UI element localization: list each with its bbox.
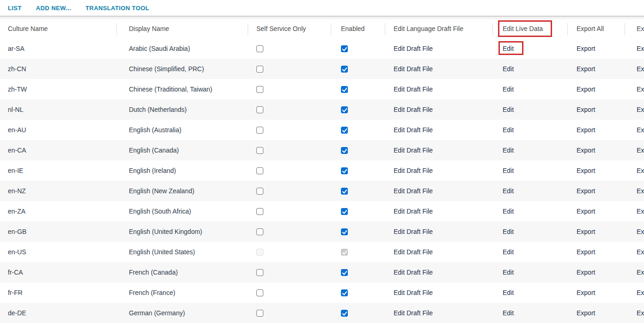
self-service-checkbox[interactable] (256, 147, 263, 154)
self-service-checkbox[interactable] (256, 269, 263, 276)
edit-live-data-link[interactable]: Edit (503, 65, 514, 73)
nav-item-list[interactable]: LIST (8, 5, 22, 12)
enabled-checkbox[interactable] (341, 208, 348, 215)
edit-live-data-link[interactable]: Edit (503, 45, 514, 52)
edit-draft-file-link[interactable]: Edit Draft File (394, 147, 433, 154)
export-all-link[interactable]: Export (577, 248, 595, 256)
enabled-checkbox[interactable] (341, 289, 348, 296)
edit-live-data-link[interactable]: Edit (503, 106, 514, 113)
export-all-link[interactable]: Export (577, 228, 595, 235)
self-service-checkbox[interactable] (256, 86, 263, 93)
export-clipped-link[interactable]: Export (637, 187, 644, 195)
edit-draft-file-link[interactable]: Edit Draft File (394, 45, 433, 52)
self-service-checkbox[interactable] (256, 188, 263, 195)
export-all-link[interactable]: Export (577, 126, 595, 134)
export-clipped-link[interactable]: Export (637, 86, 644, 93)
edit-live-data-link[interactable]: Edit (503, 126, 514, 134)
culture-name-cell: zh-CN (0, 59, 116, 79)
edit-live-data-link[interactable]: Edit (503, 167, 514, 174)
enabled-checkbox[interactable] (341, 45, 348, 52)
export-all-link[interactable]: Export (577, 269, 595, 276)
self-service-checkbox[interactable] (256, 167, 263, 174)
self-service-checkbox[interactable] (256, 310, 263, 317)
edit-draft-file-link[interactable]: Edit Draft File (394, 208, 433, 215)
self-service-only-cell (248, 181, 331, 201)
self-service-checkbox[interactable] (256, 66, 263, 73)
export-clipped-link[interactable]: Export (637, 309, 644, 317)
export-all-link[interactable]: Export (577, 45, 595, 52)
export-clipped-link[interactable]: Export (637, 289, 644, 296)
edit-draft-file-link[interactable]: Edit Draft File (394, 187, 433, 195)
display-name-cell: English (South Africa) (116, 201, 248, 221)
enabled-checkbox[interactable] (341, 269, 348, 276)
edit-draft-file-link[interactable]: Edit Draft File (394, 269, 433, 276)
export-clipped-link[interactable]: Export (637, 167, 644, 174)
edit-draft-file-link[interactable]: Edit Draft File (394, 65, 433, 73)
enabled-checkbox[interactable] (341, 86, 348, 93)
enabled-cell (331, 303, 385, 323)
export-all-link[interactable]: Export (577, 167, 595, 174)
edit-live-data-cell: Edit (492, 303, 567, 323)
enabled-checkbox[interactable] (341, 228, 348, 235)
self-service-checkbox[interactable] (256, 228, 263, 235)
edit-draft-file-link[interactable]: Edit Draft File (394, 126, 433, 134)
edit-draft-file-link[interactable]: Edit Draft File (394, 248, 433, 256)
self-service-checkbox[interactable] (256, 289, 263, 296)
edit-draft-file-link[interactable]: Edit Draft File (394, 228, 433, 235)
nav-item-translation-tool[interactable]: TRANSLATION TOOL (85, 5, 149, 12)
edit-live-data-cell: Edit (492, 221, 567, 242)
edit-live-data-link[interactable]: Edit (503, 309, 514, 317)
enabled-checkbox[interactable] (341, 66, 348, 73)
edit-live-data-link[interactable]: Edit (503, 187, 514, 195)
export-clipped-cell: Export (625, 99, 644, 120)
export-all-link[interactable]: Export (577, 309, 595, 317)
edit-draft-file-link[interactable]: Edit Draft File (394, 86, 433, 93)
export-clipped-link[interactable]: Export (637, 45, 644, 52)
edit-draft-file-link[interactable]: Edit Draft File (394, 167, 433, 174)
enabled-checkbox[interactable] (341, 147, 348, 154)
export-clipped-link[interactable]: Export (637, 228, 644, 235)
export-all-link[interactable]: Export (577, 147, 595, 154)
export-clipped-link[interactable]: Export (637, 126, 644, 134)
export-all-link[interactable]: Export (577, 86, 595, 93)
export-all-cell: Export (567, 282, 625, 303)
enabled-checkbox[interactable] (341, 106, 348, 113)
edit-live-data-link[interactable]: Edit (503, 86, 514, 93)
export-all-link[interactable]: Export (577, 187, 595, 195)
export-clipped-cell: Export (625, 160, 644, 181)
self-service-checkbox[interactable] (256, 208, 263, 215)
export-clipped-link[interactable]: Export (637, 65, 644, 73)
export-clipped-link[interactable]: Export (637, 106, 644, 113)
enabled-checkbox[interactable] (341, 127, 348, 134)
export-clipped-link[interactable]: Export (637, 248, 644, 256)
edit-live-data-link[interactable]: Edit (503, 147, 514, 154)
edit-draft-file-link[interactable]: Edit Draft File (394, 289, 433, 296)
edit-live-data-link[interactable]: Edit (503, 228, 514, 235)
enabled-checkbox[interactable] (341, 167, 348, 174)
edit-live-data-link[interactable]: Edit (503, 208, 514, 215)
enabled-cell (331, 282, 385, 303)
export-clipped-link[interactable]: Export (637, 208, 644, 215)
self-service-only-cell (248, 79, 331, 99)
self-service-checkbox[interactable] (256, 45, 263, 52)
enabled-cell (331, 38, 385, 59)
export-clipped-link[interactable]: Export (637, 147, 644, 154)
edit-live-data-link[interactable]: Edit (503, 248, 514, 256)
export-all-link[interactable]: Export (577, 289, 595, 296)
export-all-link[interactable]: Export (577, 65, 595, 73)
enabled-checkbox[interactable] (341, 310, 348, 317)
edit-draft-file-link[interactable]: Edit Draft File (394, 309, 433, 317)
edit-live-data-link[interactable]: Edit (503, 269, 514, 276)
column-header-self-service-only: Self Service Only (248, 19, 331, 38)
edit-draft-file-cell: Edit Draft File (385, 59, 492, 79)
export-all-link[interactable]: Export (577, 208, 595, 215)
self-service-checkbox[interactable] (256, 127, 263, 134)
nav-item-add-new[interactable]: ADD NEW... (36, 5, 71, 12)
edit-draft-file-link[interactable]: Edit Draft File (394, 106, 433, 113)
export-clipped-link[interactable]: Export (637, 269, 644, 276)
edit-live-data-link[interactable]: Edit (503, 289, 514, 296)
self-service-checkbox[interactable] (256, 106, 263, 113)
export-all-link[interactable]: Export (577, 106, 595, 113)
enabled-checkbox[interactable] (341, 188, 348, 195)
edit-draft-file-cell: Edit Draft File (385, 303, 492, 323)
